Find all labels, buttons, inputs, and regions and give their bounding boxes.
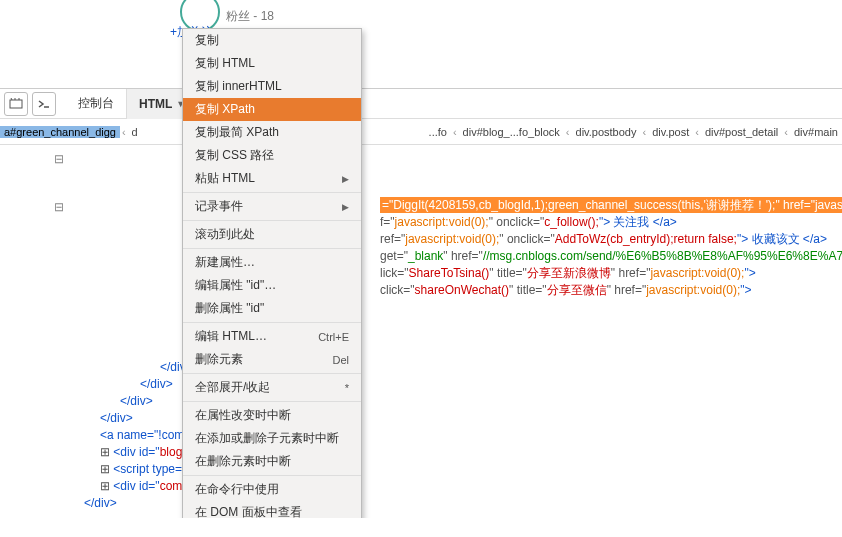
code-line: </div> [50,359,842,376]
code-line: f="javascript:void(0);" onclick="c_follo… [50,214,842,231]
ctx-expand-collapse[interactable]: 全部展开/收起* [183,376,361,399]
inspector-toggle-icon[interactable] [4,92,28,116]
svg-rect-0 [10,100,22,108]
code-line: </div> [50,410,842,427]
code-line: ⊞ <div id="comment_ [50,478,842,495]
code-line: ⊞ <div id="blog-comm [50,444,842,461]
ctx-break-child[interactable]: 在添加或删除子元素时中断 [183,427,361,450]
ctx-new-attr[interactable]: 新建属性… [183,251,361,274]
ctx-log-events[interactable]: 记录事件▶ [183,195,361,218]
context-menu: 复制 复制 HTML 复制 innerHTML 复制 XPath 复制最简 XP… [182,28,362,518]
code-line: <a name="!comm [50,427,842,444]
ctx-delete-element[interactable]: 删除元素Del [183,348,361,371]
submenu-arrow-icon: ▶ [342,202,349,212]
ctx-break-attr[interactable]: 在属性改变时中断 [183,404,361,427]
html-source-tree[interactable]: ⊟ ⊟ ="DiggIt(4208159,cb_blogId,1);green_… [0,145,842,518]
code-line: lick="ShareToTsina()" title="分享至新浪微博" hr… [50,265,842,282]
breadcrumb-item[interactable]: div#post_detail [701,126,782,138]
breadcrumb-item[interactable]: div#main [790,126,842,138]
code-line: ="DiggIt(4208159,cb_blogId,1);green_chan… [50,197,842,214]
code-line: click="shareOnWechat()" title="分享至微信" hr… [50,282,842,299]
breadcrumb-item[interactable]: div.postbody [572,126,641,138]
code-line: </div> [50,376,842,393]
ctx-copy-xpath[interactable]: 复制 XPath [183,98,361,121]
ctx-copy-html[interactable]: 复制 HTML [183,52,361,75]
devtools-panel: 控制台 HTML▼ a#green_channel_digg ‹ d ...fo… [0,88,842,518]
ctx-use-in-cli[interactable]: 在命令行中使用 [183,478,361,501]
code-line: ref="javascript:void(0);" onclick="AddTo… [50,231,842,248]
code-line: get="_blank" href="//msg.cnblogs.com/sen… [50,248,842,265]
ctx-edit-html[interactable]: 编辑 HTML…Ctrl+E [183,325,361,348]
ctx-paste-html[interactable]: 粘贴 HTML▶ [183,167,361,190]
console-toggle-icon[interactable] [32,92,56,116]
fans-count: 粉丝 - 18 [226,8,274,25]
ctx-copy-innerhtml[interactable]: 复制 innerHTML [183,75,361,98]
breadcrumb-separator: ‹ [120,126,128,138]
breadcrumb-item[interactable]: d [128,126,142,138]
submenu-arrow-icon: ▶ [342,174,349,184]
ctx-view-dom-panel[interactable]: 在 DOM 面板中查看 [183,501,361,518]
breadcrumb-item[interactable]: ...fo [425,126,451,138]
code-line: </div> [50,393,842,410]
ctx-scroll-into-view[interactable]: 滚动到此处 [183,223,361,246]
ctx-copy-min-xpath[interactable]: 复制最简 XPath [183,121,361,144]
twisty-icon[interactable]: ⊟ [54,199,64,216]
devtools-tabs: 控制台 HTML▼ [0,89,842,119]
code-line: </div> [50,495,842,512]
breadcrumb-selected[interactable]: a#green_channel_digg [0,126,120,138]
ctx-copy[interactable]: 复制 [183,29,361,52]
page-content-area: 粉丝 - 18 +加关注 [0,0,842,88]
ctx-delete-attr[interactable]: 删除属性 "id" [183,297,361,320]
ctx-edit-attr[interactable]: 编辑属性 "id"… [183,274,361,297]
code-line: ⊞ <script type="text/ [50,461,842,478]
breadcrumb-item[interactable]: div.post [648,126,693,138]
twisty-icon[interactable]: ⊟ [54,151,64,168]
ctx-break-delete[interactable]: 在删除元素时中断 [183,450,361,473]
dom-breadcrumb[interactable]: a#green_channel_digg ‹ d ...fo ‹ div#blo… [0,119,842,145]
ctx-copy-css-path[interactable]: 复制 CSS 路径 [183,144,361,167]
breadcrumb-item[interactable]: div#blog_...fo_block [459,126,564,138]
tab-console[interactable]: 控制台 [66,89,127,119]
